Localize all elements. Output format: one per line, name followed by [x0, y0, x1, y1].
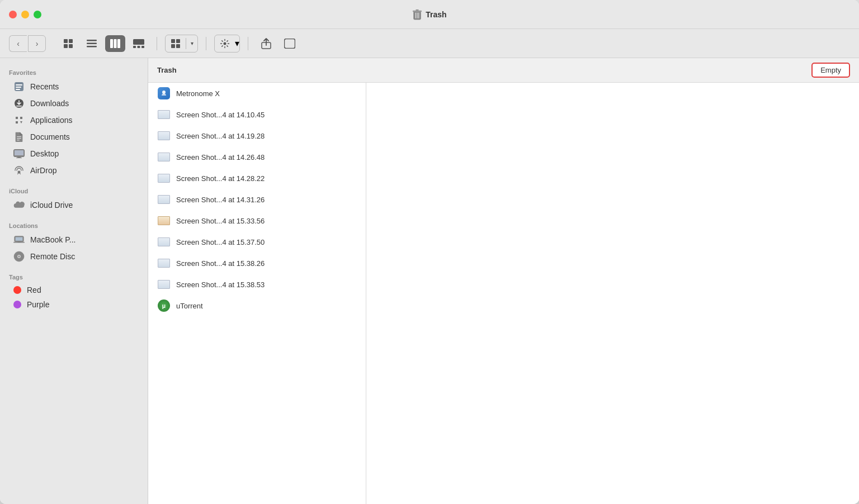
view-list-button[interactable]	[82, 35, 102, 52]
file-name: Screen Shot...4 at 14.19.28	[176, 132, 265, 140]
recents-icon	[13, 81, 25, 92]
nav-buttons: ‹ ›	[9, 35, 46, 52]
icloud-icon	[13, 199, 25, 211]
back-button[interactable]: ‹	[9, 35, 27, 52]
sidebar: Favorites Recents	[0, 58, 148, 504]
share-button[interactable]	[256, 35, 276, 52]
screenshot-icon-6	[157, 214, 171, 227]
window-controls	[9, 11, 41, 18]
icloud-drive-label: iCloud Drive	[30, 201, 73, 210]
purple-tag-label: Purple	[27, 300, 49, 309]
sidebar-item-macbook[interactable]: MacBook P...	[4, 231, 143, 248]
view-column-button[interactable]	[105, 35, 125, 52]
disc-icon	[13, 251, 25, 262]
chevron-right-icon: ›	[36, 39, 39, 48]
file-name: Screen Shot...4 at 15.37.50	[176, 238, 265, 246]
sidebar-item-documents[interactable]: Documents	[4, 129, 143, 145]
svg-rect-1	[413, 10, 422, 12]
list-item[interactable]: Metronome X	[148, 83, 366, 104]
file-name: Screen Shot...4 at 14.31.26	[176, 196, 265, 204]
columns-icon	[110, 39, 120, 48]
app-icon	[157, 87, 171, 100]
svg-rect-7	[69, 39, 73, 43]
list-item[interactable]: Screen Shot...4 at 15.38.26	[148, 253, 366, 274]
svg-rect-35	[17, 140, 20, 140]
downloads-icon	[13, 98, 25, 109]
content-title: Trash	[157, 66, 177, 74]
list-item[interactable]: Screen Shot...4 at 14.28.22	[148, 168, 366, 189]
tag-button[interactable]	[280, 35, 300, 52]
sidebar-item-purple-tag[interactable]: Purple	[4, 297, 143, 312]
svg-rect-15	[117, 39, 120, 48]
content-area: Trash Empty	[148, 58, 859, 504]
list-item[interactable]: Screen Shot...4 at 14.19.28	[148, 125, 366, 146]
minimize-button[interactable]	[21, 11, 29, 18]
remote-disc-label: Remote Disc	[30, 252, 75, 261]
list-item[interactable]: Screen Shot...4 at 15.38.53	[148, 274, 366, 295]
svg-rect-17	[133, 46, 136, 48]
documents-label: Documents	[30, 132, 70, 141]
file-list-container: Metronome X Screen Shot...4 at 14.10.45 …	[148, 83, 859, 504]
svg-point-47	[18, 256, 20, 257]
sidebar-item-icloud-drive[interactable]: iCloud Drive	[4, 197, 143, 213]
share-icon	[261, 38, 271, 49]
list-item[interactable]: Screen Shot...4 at 15.37.50	[148, 231, 366, 253]
grid-icon	[63, 39, 73, 49]
forward-button[interactable]: ›	[28, 35, 46, 52]
screenshot-icon-2	[157, 129, 171, 142]
preview-pane	[366, 83, 859, 504]
group-chevron[interactable]: ▾	[186, 35, 197, 52]
svg-rect-28	[16, 84, 22, 85]
sidebar-item-downloads[interactable]: Downloads	[4, 95, 143, 112]
list-item[interactable]: Screen Shot...4 at 14.10.45	[148, 104, 366, 125]
file-name: Screen Shot...4 at 15.38.53	[176, 280, 265, 289]
file-name: Screen Shot...4 at 14.28.22	[176, 174, 265, 183]
tag-icon	[284, 39, 295, 49]
sidebar-item-red-tag[interactable]: Red	[4, 283, 143, 297]
close-button[interactable]	[9, 11, 17, 18]
applications-label: Applications	[30, 116, 73, 125]
list-item[interactable]: µ uTorrent	[148, 295, 366, 316]
file-list: Metronome X Screen Shot...4 at 14.10.45 …	[148, 83, 366, 504]
svg-rect-12	[87, 46, 97, 47]
group-button[interactable]	[166, 35, 186, 52]
file-name: uTorrent	[176, 302, 203, 310]
desktop-label: Desktop	[30, 149, 59, 158]
sidebar-item-recents[interactable]: Recents	[4, 78, 143, 95]
file-name: Screen Shot...4 at 15.33.56	[176, 217, 265, 225]
sidebar-item-desktop[interactable]: Desktop	[4, 145, 143, 162]
file-name: Screen Shot...4 at 15.38.26	[176, 259, 265, 268]
tags-header: Tags	[0, 269, 148, 283]
view-icon-button[interactable]	[58, 35, 78, 52]
svg-rect-11	[87, 42, 97, 44]
red-tag-label: Red	[27, 286, 41, 294]
svg-rect-19	[141, 46, 144, 48]
list-item[interactable]: Screen Shot...4 at 14.26.48	[148, 146, 366, 168]
utorrent-icon: µ	[157, 299, 171, 312]
action-dropdown[interactable]: ▾	[214, 35, 240, 53]
group-sort-dropdown[interactable]: ▾	[165, 35, 198, 53]
svg-point-24	[224, 42, 226, 45]
toolbar-separator-2	[206, 37, 206, 50]
action-chevron[interactable]: ▾	[235, 38, 239, 49]
purple-tag-dot	[13, 301, 21, 308]
sidebar-item-applications[interactable]: Applications	[4, 112, 143, 129]
empty-button[interactable]: Empty	[811, 63, 850, 78]
desktop-icon	[13, 148, 25, 159]
list-icon	[87, 40, 97, 47]
sidebar-item-airdrop[interactable]: AirDrop	[4, 162, 143, 179]
list-item[interactable]: Screen Shot...4 at 15.33.56	[148, 210, 366, 231]
airdrop-icon	[13, 165, 25, 176]
gear-button[interactable]	[215, 35, 235, 52]
svg-rect-10	[87, 40, 97, 41]
airdrop-label: AirDrop	[30, 166, 56, 175]
maximize-button[interactable]	[34, 11, 41, 18]
view-gallery-button[interactable]	[129, 35, 149, 52]
window-title-area: Trash	[412, 9, 446, 20]
sidebar-item-remote-disc[interactable]: Remote Disc	[4, 248, 143, 265]
svg-rect-22	[171, 44, 175, 48]
toolbar-separator-1	[157, 37, 157, 50]
window-title: Trash	[426, 10, 446, 19]
screenshot-icon-3	[157, 150, 171, 164]
list-item[interactable]: Screen Shot...4 at 14.31.26	[148, 189, 366, 210]
